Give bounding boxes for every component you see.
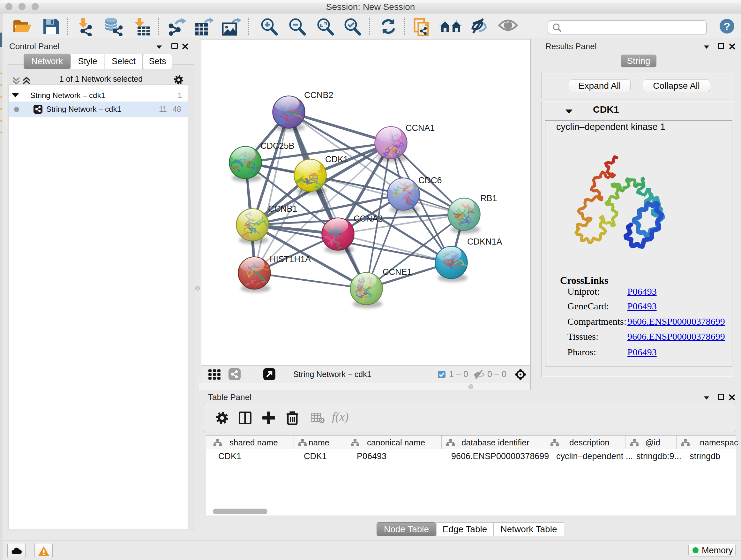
svg-text:CCNE1: CCNE1	[383, 267, 412, 277]
svg-text:CDC25B: CDC25B	[260, 141, 294, 151]
svg-text:?: ?	[724, 20, 731, 32]
svg-text:CCNB2: CCNB2	[304, 90, 333, 100]
svg-text:RB1: RB1	[480, 193, 497, 203]
svg-text:CCNA1: CCNA1	[406, 123, 435, 133]
svg-text:CDK1: CDK1	[325, 154, 348, 164]
svg-text:CDKN1A: CDKN1A	[467, 237, 502, 246]
svg-text:CCNA2: CCNA2	[354, 214, 383, 224]
svg-text:CDC6: CDC6	[418, 176, 442, 185]
svg-text:CCNB1: CCNB1	[268, 204, 297, 213]
svg-text:HIST1H1A: HIST1H1A	[270, 254, 311, 264]
